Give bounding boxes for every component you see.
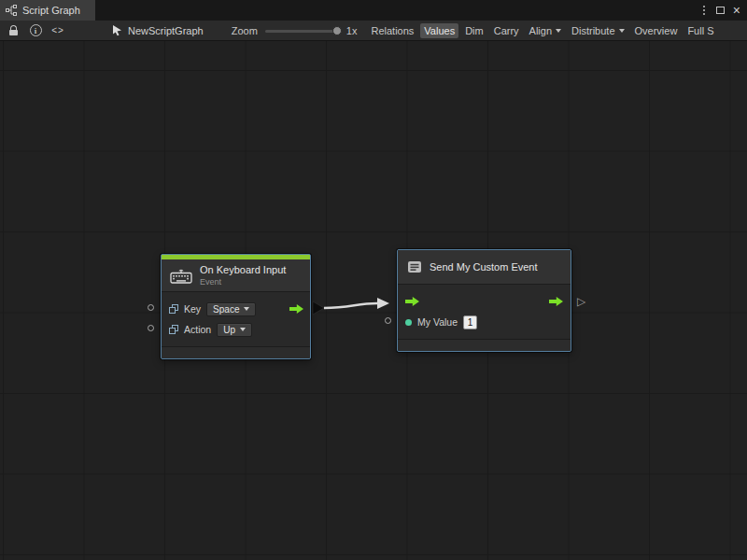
tab-title: Script Graph (22, 5, 80, 16)
action-dropdown[interactable]: Up (217, 323, 252, 337)
node-footer (398, 339, 571, 351)
align-menu-button[interactable]: Align (526, 23, 565, 38)
info-icon[interactable]: i (27, 22, 44, 39)
align-label: Align (529, 25, 552, 36)
node-on-keyboard-input[interactable]: On Keyboard Input Event Key Space (161, 254, 311, 359)
graph-tab-icon (6, 5, 17, 16)
key-value: Space (213, 304, 239, 315)
titlebar: Script Graph × (0, 0, 747, 21)
custom-event-icon (407, 259, 422, 274)
dim-toggle[interactable]: Dim (461, 23, 487, 38)
chevron-down-icon (556, 29, 561, 33)
key-label: Key (184, 303, 201, 315)
distribute-menu-button[interactable]: Distribute (568, 23, 627, 38)
script-graph-asset-icon (111, 24, 123, 36)
value-type-icon (169, 304, 178, 314)
flow-input-port[interactable] (405, 297, 419, 306)
node-send-my-custom-event[interactable]: Send My Custom Event My Value (397, 249, 571, 352)
node-subtitle: Event (200, 277, 286, 287)
graph-breadcrumb[interactable]: NewScriptGraph (111, 24, 204, 36)
values-toggle[interactable]: Values (420, 23, 458, 38)
my-value-port-row: My Value (398, 312, 571, 332)
titlebar-buttons: × (700, 0, 747, 21)
action-port-row: Action Up (162, 319, 310, 340)
chevron-down-icon (240, 328, 246, 331)
node-titles: On Keyboard Input Event (200, 264, 286, 287)
action-input-port[interactable] (148, 325, 154, 331)
action-value: Up (223, 325, 235, 335)
script-graph-window: Script Graph × i <> NewScriptGraph Zoom (0, 0, 747, 560)
zoom-value: 1x (346, 25, 358, 36)
value-type-icon (169, 325, 178, 334)
code-glyph: <> (51, 25, 64, 35)
tab-script-graph[interactable]: Script Graph (0, 0, 95, 21)
zoom-slider[interactable] (265, 25, 342, 36)
distribute-label: Distribute (571, 25, 614, 36)
key-dropdown[interactable]: Space (206, 302, 256, 316)
zoom-track (265, 30, 342, 33)
relations-toggle[interactable]: Relations (367, 23, 417, 38)
my-value-input[interactable] (463, 315, 477, 329)
key-input-port[interactable] (148, 304, 154, 311)
maximize-icon[interactable] (716, 7, 725, 14)
value-port-dot (405, 319, 412, 326)
code-icon[interactable]: <> (49, 22, 66, 39)
node-footer (162, 346, 310, 358)
flow-connection-wire (0, 41, 747, 560)
flow-output-port[interactable] (289, 304, 303, 314)
graph-toolbar: i <> NewScriptGraph Zoom 1x Relations Va… (0, 21, 747, 41)
fullscreen-button[interactable]: Full S (684, 23, 717, 38)
event-flow-output-port[interactable]: ▷ (577, 296, 585, 307)
close-icon[interactable]: × (733, 4, 740, 17)
node-body: My Value (398, 285, 571, 332)
info-letter: i (35, 26, 37, 35)
my-value-label: My Value (417, 316, 458, 328)
graph-canvas[interactable]: On Keyboard Input Event Key Space (0, 41, 747, 560)
chevron-down-icon (619, 29, 625, 33)
node-header[interactable]: Send My Custom Event (398, 250, 571, 285)
overview-button[interactable]: Overview (631, 23, 682, 38)
chevron-down-icon (244, 307, 249, 311)
info-circle: i (30, 24, 42, 36)
keyboard-icon (170, 268, 192, 284)
kebab-menu-icon[interactable] (700, 6, 708, 15)
action-label: Action (184, 324, 211, 335)
flow-output-port[interactable] (549, 297, 563, 306)
my-value-input-port[interactable] (385, 317, 391, 324)
zoom-knob[interactable] (332, 26, 342, 35)
key-port-row: Key Space (162, 299, 310, 319)
lock-glyph (9, 25, 18, 35)
node-body: Key Space Action Up (162, 292, 310, 340)
flow-port-row (398, 291, 571, 312)
graph-name: NewScriptGraph (128, 25, 204, 36)
carry-toggle[interactable]: Carry (490, 23, 523, 38)
node-header[interactable]: On Keyboard Input Event (162, 259, 310, 292)
zoom-label: Zoom (232, 25, 258, 36)
lock-icon[interactable] (5, 22, 21, 39)
node-title: Send My Custom Event (430, 261, 538, 273)
node-title: On Keyboard Input (200, 264, 286, 275)
